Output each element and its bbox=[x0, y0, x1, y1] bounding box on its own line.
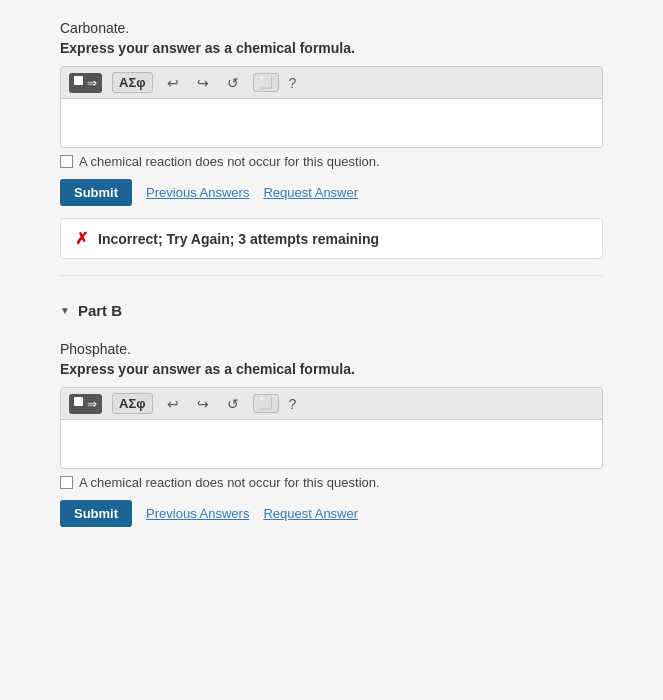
formula-text-input-b[interactable] bbox=[69, 426, 594, 462]
question-mark-a: ? bbox=[289, 75, 297, 91]
part-b-header: ▼ Part B bbox=[60, 292, 603, 329]
request-answer-btn-a[interactable]: Request Answer bbox=[263, 185, 358, 200]
small-square-b bbox=[74, 397, 83, 406]
question-mark-b: ? bbox=[289, 396, 297, 412]
no-reaction-label-b: A chemical reaction does not occur for t… bbox=[79, 475, 380, 490]
no-reaction-checkbox-a[interactable] bbox=[60, 155, 73, 168]
formula-input-row-b bbox=[61, 420, 602, 468]
small-square-a bbox=[74, 76, 83, 85]
prev-answers-btn-b[interactable]: Previous Answers bbox=[146, 506, 249, 521]
topic-a: Carbonate. bbox=[60, 20, 603, 36]
section-divider bbox=[60, 275, 603, 276]
incorrect-msg-a: Incorrect; Try Again; 3 attempts remaini… bbox=[98, 231, 379, 247]
x-icon-a: ✗ bbox=[75, 229, 88, 248]
prev-answers-btn-a[interactable]: Previous Answers bbox=[146, 185, 249, 200]
topic-b: Phosphate. bbox=[60, 341, 603, 357]
refresh-btn-b[interactable]: ↺ bbox=[223, 394, 243, 414]
no-reaction-checkbox-b[interactable] bbox=[60, 476, 73, 489]
asf-button-a[interactable]: ΑΣφ bbox=[112, 72, 153, 93]
redo-btn-a[interactable]: ↪ bbox=[193, 73, 213, 93]
keyboard-icon-a: ⬜ bbox=[253, 73, 279, 92]
keyboard-icon-b: ⬜ bbox=[253, 394, 279, 413]
formula-input-container-a: ⇒ ΑΣφ ↩ ↪ ↺ ⬜ ? bbox=[60, 66, 603, 148]
submit-btn-a[interactable]: Submit bbox=[60, 179, 132, 206]
page-container: Carbonate. Express your answer as a chem… bbox=[0, 0, 663, 547]
formula-text-input-a[interactable] bbox=[69, 105, 594, 141]
arrow-icon-a: ⇒ bbox=[87, 76, 97, 90]
instruction-a: Express your answer as a chemical formul… bbox=[60, 40, 603, 56]
block-icon-button-b[interactable]: ⇒ bbox=[69, 394, 102, 414]
formula-input-container-b: ⇒ ΑΣφ ↩ ↪ ↺ ⬜ ? bbox=[60, 387, 603, 469]
refresh-btn-a[interactable]: ↺ bbox=[223, 73, 243, 93]
block-icon-button-a[interactable]: ⇒ bbox=[69, 73, 102, 93]
formula-input-row-a bbox=[61, 99, 602, 147]
part-b-content: Phosphate. Express your answer as a chem… bbox=[60, 341, 603, 527]
chevron-icon-b: ▼ bbox=[60, 305, 70, 316]
undo-btn-b[interactable]: ↩ bbox=[163, 394, 183, 414]
no-reaction-label-a: A chemical reaction does not occur for t… bbox=[79, 154, 380, 169]
incorrect-box-a: ✗ Incorrect; Try Again; 3 attempts remai… bbox=[60, 218, 603, 259]
asf-button-b[interactable]: ΑΣφ bbox=[112, 393, 153, 414]
arrow-icon-b: ⇒ bbox=[87, 397, 97, 411]
request-answer-btn-b[interactable]: Request Answer bbox=[263, 506, 358, 521]
no-reaction-row-b: A chemical reaction does not occur for t… bbox=[60, 475, 603, 490]
redo-btn-b[interactable]: ↪ bbox=[193, 394, 213, 414]
submit-btn-b[interactable]: Submit bbox=[60, 500, 132, 527]
undo-btn-a[interactable]: ↩ bbox=[163, 73, 183, 93]
part-b-label: Part B bbox=[78, 302, 122, 319]
instruction-b: Express your answer as a chemical formul… bbox=[60, 361, 603, 377]
action-row-a: Submit Previous Answers Request Answer bbox=[60, 179, 603, 206]
part-b-section: ▼ Part B Phosphate. Express your answer … bbox=[60, 292, 603, 527]
action-row-b: Submit Previous Answers Request Answer bbox=[60, 500, 603, 527]
no-reaction-row-a: A chemical reaction does not occur for t… bbox=[60, 154, 603, 169]
part-a-section: Carbonate. Express your answer as a chem… bbox=[60, 20, 603, 259]
toolbar-a: ⇒ ΑΣφ ↩ ↪ ↺ ⬜ ? bbox=[61, 67, 602, 99]
toolbar-b: ⇒ ΑΣφ ↩ ↪ ↺ ⬜ ? bbox=[61, 388, 602, 420]
